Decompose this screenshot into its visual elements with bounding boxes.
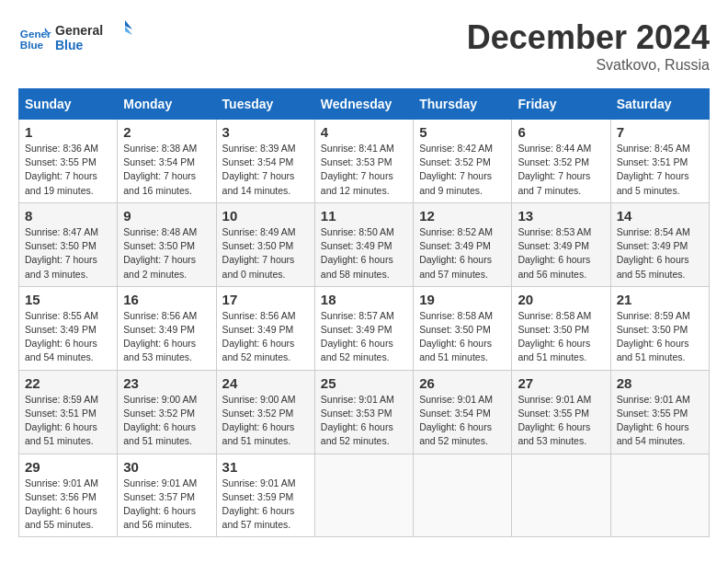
day-info: Sunrise: 8:39 AM Sunset: 3:54 PM Dayligh… [222, 142, 309, 198]
day-info: Sunrise: 8:55 AM Sunset: 3:49 PM Dayligh… [25, 309, 111, 365]
day-info: Sunrise: 8:56 AM Sunset: 3:49 PM Dayligh… [222, 309, 309, 365]
day-info: Sunrise: 9:01 AM Sunset: 3:56 PM Dayligh… [25, 477, 111, 533]
svg-text:Blue: Blue [20, 39, 44, 51]
day-number: 25 [321, 375, 407, 391]
day-info: Sunrise: 9:01 AM Sunset: 3:55 PM Dayligh… [518, 393, 604, 449]
day-info: Sunrise: 8:48 AM Sunset: 3:50 PM Dayligh… [123, 225, 210, 282]
day-number: 5 [419, 124, 506, 140]
day-info: Sunrise: 9:01 AM Sunset: 3:57 PM Dayligh… [123, 477, 210, 533]
calendar-week-2: 8Sunrise: 8:47 AM Sunset: 3:50 PM Daylig… [19, 202, 710, 286]
svg-text:Blue: Blue [55, 38, 84, 52]
day-number: 20 [518, 292, 604, 307]
day-info: Sunrise: 8:58 AM Sunset: 3:50 PM Dayligh… [419, 309, 506, 365]
day-info: Sunrise: 8:45 AM Sunset: 3:51 PM Dayligh… [617, 142, 703, 198]
calendar-cell: 2Sunrise: 8:38 AM Sunset: 3:54 PM Daylig… [118, 120, 216, 203]
calendar-cell: 29Sunrise: 9:01 AM Sunset: 3:56 PM Dayli… [19, 454, 118, 537]
calendar-cell: 26Sunrise: 9:01 AM Sunset: 3:54 PM Dayli… [414, 370, 512, 454]
calendar-cell: 4Sunrise: 8:41 AM Sunset: 3:53 PM Daylig… [314, 120, 413, 203]
day-number: 10 [222, 208, 309, 224]
logo-svg: General Blue [55, 18, 138, 53]
day-info: Sunrise: 8:52 AM Sunset: 3:49 PM Dayligh… [419, 225, 506, 282]
day-number: 6 [518, 124, 604, 140]
day-number: 28 [617, 375, 703, 391]
month-title: December 2024 [467, 18, 710, 57]
calendar-cell: 16Sunrise: 8:56 AM Sunset: 3:49 PM Dayli… [118, 286, 216, 370]
logo: General Blue General Blue [18, 18, 138, 53]
calendar-cell: 21Sunrise: 8:59 AM Sunset: 3:50 PM Dayli… [610, 286, 709, 370]
calendar-week-4: 22Sunrise: 8:59 AM Sunset: 3:51 PM Dayli… [19, 370, 710, 454]
day-number: 27 [518, 375, 604, 391]
weekday-header-wednesday: Wednesday [314, 89, 413, 120]
day-info: Sunrise: 9:01 AM Sunset: 3:55 PM Dayligh… [617, 393, 703, 449]
calendar-cell: 17Sunrise: 8:56 AM Sunset: 3:49 PM Dayli… [216, 286, 314, 370]
day-number: 18 [321, 292, 407, 307]
calendar-week-3: 15Sunrise: 8:55 AM Sunset: 3:49 PM Dayli… [19, 286, 710, 370]
weekday-header-friday: Friday [512, 89, 610, 120]
calendar-week-5: 29Sunrise: 9:01 AM Sunset: 3:56 PM Dayli… [19, 454, 710, 537]
calendar-cell: 25Sunrise: 9:01 AM Sunset: 3:53 PM Dayli… [314, 370, 413, 454]
day-number: 8 [25, 208, 111, 224]
calendar-cell: 22Sunrise: 8:59 AM Sunset: 3:51 PM Dayli… [19, 370, 118, 454]
day-number: 30 [123, 459, 210, 475]
day-info: Sunrise: 9:01 AM Sunset: 3:54 PM Dayligh… [419, 393, 506, 449]
calendar-cell: 3Sunrise: 8:39 AM Sunset: 3:54 PM Daylig… [216, 120, 314, 203]
calendar-cell: 30Sunrise: 9:01 AM Sunset: 3:57 PM Dayli… [118, 454, 216, 537]
calendar-cell: 31Sunrise: 9:01 AM Sunset: 3:59 PM Dayli… [216, 454, 314, 537]
day-info: Sunrise: 8:49 AM Sunset: 3:50 PM Dayligh… [222, 225, 309, 282]
calendar-cell: 7Sunrise: 8:45 AM Sunset: 3:51 PM Daylig… [610, 120, 709, 203]
day-number: 31 [222, 459, 309, 475]
day-number: 2 [123, 124, 210, 140]
calendar-cell: 9Sunrise: 8:48 AM Sunset: 3:50 PM Daylig… [118, 202, 216, 286]
day-number: 9 [123, 208, 210, 224]
location: Svatkovo, Russia [467, 57, 710, 74]
day-info: Sunrise: 8:50 AM Sunset: 3:49 PM Dayligh… [321, 225, 407, 282]
calendar-cell: 15Sunrise: 8:55 AM Sunset: 3:49 PM Dayli… [19, 286, 118, 370]
calendar-cell: 10Sunrise: 8:49 AM Sunset: 3:50 PM Dayli… [216, 202, 314, 286]
weekday-header-tuesday: Tuesday [216, 89, 314, 120]
page-header: General Blue General Blue December 2024 … [18, 18, 710, 74]
day-number: 14 [617, 208, 703, 224]
day-number: 21 [617, 292, 703, 307]
day-number: 7 [617, 124, 703, 140]
day-number: 19 [419, 292, 506, 307]
day-number: 3 [222, 124, 309, 140]
day-info: Sunrise: 8:59 AM Sunset: 3:51 PM Dayligh… [25, 393, 111, 449]
calendar-week-1: 1Sunrise: 8:36 AM Sunset: 3:55 PM Daylig… [19, 120, 710, 203]
calendar-cell: 13Sunrise: 8:53 AM Sunset: 3:49 PM Dayli… [512, 202, 610, 286]
day-info: Sunrise: 8:36 AM Sunset: 3:55 PM Dayligh… [25, 142, 111, 198]
calendar-cell: 19Sunrise: 8:58 AM Sunset: 3:50 PM Dayli… [414, 286, 512, 370]
logo-icon: General Blue [18, 19, 51, 52]
day-number: 29 [25, 459, 111, 475]
weekday-header-row: SundayMondayTuesdayWednesdayThursdayFrid… [19, 89, 710, 120]
weekday-header-saturday: Saturday [610, 89, 709, 120]
calendar-cell: 12Sunrise: 8:52 AM Sunset: 3:49 PM Dayli… [414, 202, 512, 286]
day-number: 11 [321, 208, 407, 224]
calendar-cell: 20Sunrise: 8:58 AM Sunset: 3:50 PM Dayli… [512, 286, 610, 370]
calendar-body: 1Sunrise: 8:36 AM Sunset: 3:55 PM Daylig… [19, 120, 710, 537]
weekday-header-thursday: Thursday [414, 89, 512, 120]
weekday-header-sunday: Sunday [19, 89, 118, 120]
day-info: Sunrise: 8:47 AM Sunset: 3:50 PM Dayligh… [25, 225, 111, 282]
calendar-cell: 27Sunrise: 9:01 AM Sunset: 3:55 PM Dayli… [512, 370, 610, 454]
calendar-cell: 8Sunrise: 8:47 AM Sunset: 3:50 PM Daylig… [19, 202, 118, 286]
day-info: Sunrise: 9:00 AM Sunset: 3:52 PM Dayligh… [123, 393, 210, 449]
calendar-table: SundayMondayTuesdayWednesdayThursdayFrid… [18, 88, 710, 537]
weekday-header-monday: Monday [118, 89, 216, 120]
day-number: 1 [25, 124, 111, 140]
day-number: 16 [123, 292, 210, 307]
day-number: 12 [419, 208, 506, 224]
calendar-cell [414, 454, 512, 537]
day-number: 4 [321, 124, 407, 140]
day-info: Sunrise: 8:53 AM Sunset: 3:49 PM Dayligh… [518, 225, 604, 282]
day-info: Sunrise: 8:44 AM Sunset: 3:52 PM Dayligh… [518, 142, 604, 198]
calendar-cell: 23Sunrise: 9:00 AM Sunset: 3:52 PM Dayli… [118, 370, 216, 454]
day-number: 17 [222, 292, 309, 307]
day-number: 15 [25, 292, 111, 307]
day-info: Sunrise: 8:42 AM Sunset: 3:52 PM Dayligh… [419, 142, 506, 198]
calendar-cell [610, 454, 709, 537]
day-info: Sunrise: 8:57 AM Sunset: 3:49 PM Dayligh… [321, 309, 407, 365]
calendar-cell: 5Sunrise: 8:42 AM Sunset: 3:52 PM Daylig… [414, 120, 512, 203]
day-number: 13 [518, 208, 604, 224]
day-info: Sunrise: 8:54 AM Sunset: 3:49 PM Dayligh… [617, 225, 703, 282]
day-info: Sunrise: 8:56 AM Sunset: 3:49 PM Dayligh… [123, 309, 210, 365]
